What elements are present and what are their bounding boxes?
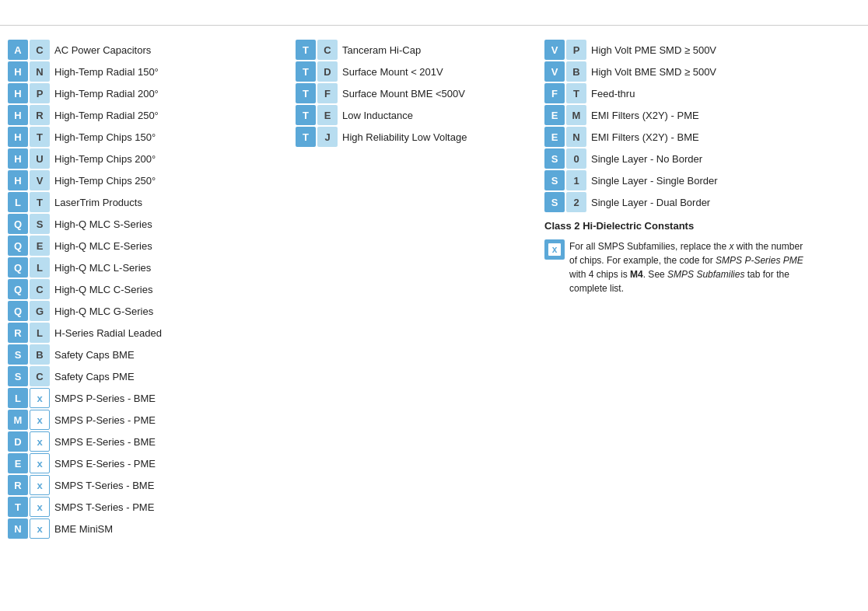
cell-t: T [8,497,28,517]
cell-n: N [566,127,586,147]
row-label: LaserTrim Products [54,197,142,208]
row-label: Tanceram Hi-Cap [342,44,421,56]
table-row: RxSMPS T-Series - BME [8,475,296,495]
row-label: High-Q MLC L-Series [54,262,151,274]
class2-heading: Class 2 Hi-Dielectric Constants [544,220,860,232]
cell-v: V [544,40,565,60]
table-row: TJHigh Reliability Low Voltage [296,127,544,147]
row-label: High Volt PME SMD ≥ 500V [591,44,716,56]
table-row: ACAC Power Capacitors [8,40,296,60]
table-row: S2Single Layer - Dual Border [544,192,860,212]
table-row: SBSafety Caps BME [8,344,296,365]
cell-f: F [317,83,338,103]
cell-h: H [8,127,28,147]
left-column: ACAC Power CapacitorsHNHigh-Temp Radial … [8,40,296,539]
table-row: QSHigh-Q MLC S-Series [8,214,296,234]
cell-h: H [8,105,28,125]
cell-r: R [8,475,28,495]
table-row: MxSMPS P-Series - PME [8,410,296,430]
cell-c: C [30,366,50,386]
cell-c: C [30,279,50,299]
row-label: Surface Mount BME <500V [342,88,465,100]
table-row: DxSMPS E-Series - BME [8,431,296,452]
table-row: HVHigh-Temp Chips 250° [8,170,296,190]
row-label: Single Layer - Single Border [591,175,718,187]
cell-t: T [296,40,316,60]
cell-p: P [30,83,50,103]
cell-t: T [30,192,50,212]
cell-s: S [30,214,50,234]
table-row: QEHigh-Q MLC E-Series [8,236,296,256]
cell-c: C [317,40,338,60]
row-label: High Reliability Low Voltage [342,131,467,143]
cell-l: L [30,257,50,278]
cell-t: T [296,127,316,147]
cell-x: x [30,410,50,430]
cell-g: G [30,301,50,321]
row-label: High-Temp Chips 250° [54,175,156,187]
mid-column: TCTanceram Hi-CapTDSurface Mount < 201VT… [296,40,544,539]
table-row: SCSafety Caps PME [8,366,296,386]
table-row: TxSMPS T-Series - PME [8,497,296,517]
cell-q: Q [8,301,28,321]
cell-t: T [30,127,50,147]
cell-p: P [566,40,586,60]
row-label: Surface Mount < 201V [342,66,443,78]
cell-1: 1 [566,170,586,190]
cell-d: D [8,431,28,452]
cell-e: E [317,105,338,125]
row-label: Low Inductance [342,110,413,121]
row-label: Safety Caps PME [54,371,135,382]
table-row: RLH-Series Radial Leaded [8,323,296,343]
cell-u: U [30,148,50,169]
cell-e: E [544,105,565,125]
table-row: HTHigh-Temp Chips 150° [8,127,296,147]
cell-h: H [8,170,28,190]
row-label: High-Temp Radial 250° [54,110,159,121]
note-text: For all SMPS Subfamilies, replace the x … [569,239,809,295]
row-label: Single Layer - No Border [591,153,702,165]
table-row: LxSMPS P-Series - BME [8,388,296,408]
cell-s: S [544,148,565,169]
right-column: VPHigh Volt PME SMD ≥ 500VVBHigh Volt BM… [544,40,860,539]
table-row: HNHigh-Temp Radial 150° [8,61,296,82]
row-label: High-Temp Chips 200° [54,153,156,165]
cell-q: Q [8,214,28,234]
row-label: AC Power Capacitors [54,44,151,56]
row-label: BME MiniSM [54,523,113,535]
cell-0: 0 [566,148,586,169]
cell-a: A [8,40,28,60]
row-label: Safety Caps BME [54,349,135,361]
cell-s: S [544,170,565,190]
note-x: x [548,243,562,257]
cell-v: V [544,61,565,82]
cell-t: T [566,83,586,103]
cell-q: Q [8,236,28,256]
cell-h: H [8,83,28,103]
row-label: SMPS P-Series - BME [54,393,156,404]
cell-s: S [8,344,28,365]
row-label: SMPS P-Series - PME [54,414,156,426]
cell-c: C [30,40,50,60]
row-label: High-Temp Radial 200° [54,88,159,100]
table-row: VPHigh Volt PME SMD ≥ 500V [544,40,860,60]
row-label: High-Q MLC E-Series [54,240,152,252]
cell-e: E [8,453,28,473]
cell-r: R [8,323,28,343]
cell-x: x [30,453,50,473]
cell-f: F [544,83,565,103]
row-label: EMI Filters (X2Y) - PME [591,110,699,121]
cell-e: E [30,236,50,256]
row-label: High-Q MLC G-Series [54,306,153,317]
table-row: NxBME MiniSM [8,518,296,539]
cell-m: M [8,410,28,430]
table-row: QGHigh-Q MLC G-Series [8,301,296,321]
table-row: FTFeed-thru [544,83,860,103]
cell-j: J [317,127,338,147]
cell-x: x [30,431,50,452]
cell-e: E [544,127,565,147]
table-row: S1Single Layer - Single Border [544,170,860,190]
cell-x: x [30,475,50,495]
table-row: TCTanceram Hi-Cap [296,40,544,60]
cell-2: 2 [566,192,586,212]
